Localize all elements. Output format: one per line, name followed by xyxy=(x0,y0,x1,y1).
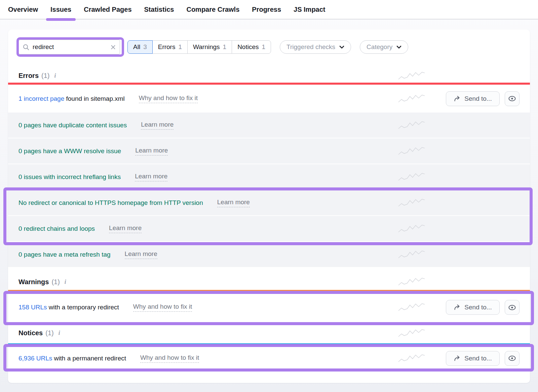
search-icon xyxy=(23,44,29,50)
info-icon[interactable]: i xyxy=(54,72,56,79)
issue-row-https-redirect-canonical: No redirect or canonical to HTTPS homepa… xyxy=(8,190,530,216)
issue-row-www-resolve: 0 pages have a WWW resolve issue Learn m… xyxy=(8,138,530,164)
tab-js-impact[interactable]: JS Impact xyxy=(294,0,325,19)
learn-more-link[interactable]: Learn more xyxy=(125,250,157,259)
trend-sparkline xyxy=(398,353,425,363)
issue-text: 0 pages have a meta refresh tag xyxy=(18,251,111,258)
filter-all-count: 3 xyxy=(143,43,147,51)
forward-arrow-icon xyxy=(454,96,461,102)
trend-sparkline xyxy=(398,146,425,156)
trend-sparkline xyxy=(398,198,425,208)
eye-icon xyxy=(508,305,516,310)
hide-issue-button[interactable] xyxy=(505,351,520,366)
issue-text: with a permanent redirect xyxy=(52,355,126,362)
info-icon[interactable]: i xyxy=(65,278,66,286)
issue-row-hreflang-links: 0 issues with incorrect hreflang links L… xyxy=(8,164,530,190)
trend-sparkline xyxy=(398,277,425,287)
filter-warnings[interactable]: Warnings1 xyxy=(187,40,232,54)
trend-sparkline xyxy=(398,224,425,234)
forward-arrow-icon xyxy=(454,355,461,361)
issue-row-duplicate-content: 0 pages have duplicate content issues Le… xyxy=(8,113,530,138)
trend-sparkline xyxy=(398,120,425,130)
issues-panel: All3 Errors1 Warnings1 Notices1 Triggere… xyxy=(8,30,530,383)
filter-errors[interactable]: Errors1 xyxy=(152,40,188,54)
issue-text: 0 pages have a WWW resolve issue xyxy=(18,147,121,155)
filter-errors-count: 1 xyxy=(178,43,182,51)
clear-search-icon[interactable] xyxy=(111,45,116,50)
top-nav: Overview Issues Crawled Pages Statistics… xyxy=(0,0,538,19)
notices-section-header: Notices (1) i xyxy=(8,325,530,341)
trend-sparkline xyxy=(398,250,425,260)
issue-count-link[interactable]: 1 incorrect page xyxy=(18,95,64,102)
chevron-down-icon xyxy=(339,46,344,49)
trend-sparkline xyxy=(398,328,425,338)
issue-text: 0 redirect chains and loops xyxy=(18,225,95,232)
send-to-button[interactable]: Send to... xyxy=(446,91,500,106)
why-how-to-fix-link[interactable]: Why and how to fix it xyxy=(139,94,198,103)
errors-title: Errors xyxy=(18,72,39,80)
filter-all[interactable]: All3 xyxy=(127,40,153,54)
hide-issue-button[interactable] xyxy=(505,91,520,106)
issue-text: found in sitemap.xml xyxy=(64,95,125,102)
hide-issue-button[interactable] xyxy=(505,300,520,315)
errors-count: (1) xyxy=(41,72,49,80)
trend-sparkline xyxy=(398,71,425,81)
learn-more-link[interactable]: Learn more xyxy=(109,224,142,233)
why-how-to-fix-link[interactable]: Why and how to fix it xyxy=(140,354,199,363)
category-dropdown[interactable]: Category xyxy=(360,40,408,54)
tab-progress[interactable]: Progress xyxy=(252,0,281,19)
forward-arrow-icon xyxy=(454,304,461,310)
close-icon xyxy=(111,45,116,50)
chevron-down-icon xyxy=(396,46,401,49)
search-input[interactable] xyxy=(33,43,107,51)
why-how-to-fix-link[interactable]: Why and how to fix it xyxy=(133,303,192,312)
trend-sparkline xyxy=(398,302,425,312)
issue-count-link[interactable]: 158 URLs xyxy=(18,304,47,311)
learn-more-link[interactable]: Learn more xyxy=(135,147,168,156)
filter-warnings-count: 1 xyxy=(223,43,227,51)
notices-count: (1) xyxy=(45,329,53,337)
warnings-title: Warnings xyxy=(18,278,49,286)
issue-row-temporary-redirect: 158 URLs with a temporary redirect Why a… xyxy=(8,292,530,323)
triggered-checks-dropdown[interactable]: Triggered checks xyxy=(280,40,351,54)
notices-title: Notices xyxy=(18,329,43,337)
issue-row-redirect-chains: 0 redirect chains and loops Learn more xyxy=(8,216,530,242)
send-to-button[interactable]: Send to... xyxy=(446,300,500,315)
learn-more-link[interactable]: Learn more xyxy=(135,173,167,181)
trend-sparkline xyxy=(398,94,425,104)
learn-more-link[interactable]: Learn more xyxy=(141,121,174,130)
errors-section-header: Errors (1) i xyxy=(8,69,530,83)
warnings-section-header: Warnings (1) i xyxy=(8,275,530,289)
info-icon[interactable]: i xyxy=(59,330,60,337)
filter-notices-count: 1 xyxy=(262,43,266,51)
eye-icon xyxy=(508,96,516,101)
issue-text: with a temporary redirect xyxy=(47,304,119,311)
learn-more-link[interactable]: Learn more xyxy=(217,199,250,207)
search-box[interactable] xyxy=(18,40,120,54)
issue-count-link[interactable]: 6,936 URLs xyxy=(18,355,52,362)
issue-text: 0 pages have duplicate content issues xyxy=(18,122,127,129)
issue-row-permanent-redirect: 6,936 URLs with a permanent redirect Why… xyxy=(8,345,530,371)
send-to-button[interactable]: Send to... xyxy=(446,351,500,366)
tab-overview[interactable]: Overview xyxy=(8,0,38,19)
issues-toolbar: All3 Errors1 Warnings1 Notices1 Triggere… xyxy=(18,40,530,54)
active-tab-indicator xyxy=(46,18,76,21)
issue-text: 0 issues with incorrect hreflang links xyxy=(18,173,121,181)
tab-statistics[interactable]: Statistics xyxy=(144,0,174,19)
filter-notices[interactable]: Notices1 xyxy=(232,40,271,54)
tab-crawled-pages[interactable]: Crawled Pages xyxy=(84,0,131,19)
issue-text: No redirect or canonical to HTTPS homepa… xyxy=(18,199,203,207)
tab-issues[interactable]: Issues xyxy=(50,0,71,19)
warnings-count: (1) xyxy=(51,278,60,286)
tab-compare-crawls[interactable]: Compare Crawls xyxy=(186,0,239,19)
issue-row-meta-refresh: 0 pages have a meta refresh tag Learn mo… xyxy=(8,242,530,268)
severity-filter: All3 Errors1 Warnings1 Notices1 xyxy=(127,40,271,54)
issue-row-sitemap-incorrect-pages: 1 incorrect page found in sitemap.xml Wh… xyxy=(8,85,530,113)
eye-icon xyxy=(508,355,516,361)
trend-sparkline xyxy=(398,172,425,182)
